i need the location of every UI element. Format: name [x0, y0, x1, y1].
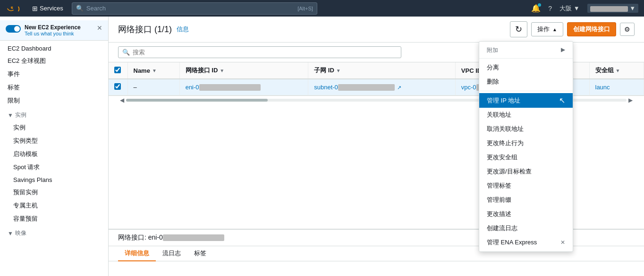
sidebar-item-instances[interactable]: 实例	[0, 121, 108, 134]
dropdown-item-change-description[interactable]: 更改描述	[479, 207, 573, 221]
dropdown-section-label: 附加 ▶	[479, 43, 573, 56]
item-label: 更改安全组	[487, 153, 517, 162]
bottom-panel-title: 网络接口: eni-0	[118, 233, 224, 241]
dropdown-item-disassociate-address[interactable]: 取消关联地址	[479, 122, 573, 136]
search-icon: 🔍	[76, 5, 84, 12]
top-navigation: ⊞ Services 🔍 [Alt+S] 🔔 ? 大阪 ▼ ▼	[0, 0, 644, 17]
account-menu[interactable]: ▼	[587, 4, 639, 13]
subnet-id-column-header[interactable]: 子网 ID ▼	[308, 62, 456, 79]
new-experience-toggle[interactable]	[6, 25, 21, 33]
sidebar-item-dedicated[interactable]: 专属主机	[0, 199, 108, 212]
global-search-input[interactable]	[86, 5, 295, 12]
table-search-input[interactable]	[133, 49, 397, 56]
scroll-left-button[interactable]: ◀	[118, 97, 126, 104]
sidebar-item-label: 限制	[8, 96, 20, 105]
dropdown-item-delete[interactable]: 删除	[479, 75, 573, 89]
grid-icon: ⊞	[32, 5, 38, 12]
sidebar-section-images[interactable]: ▼ 映像	[0, 225, 108, 239]
settings-button[interactable]: ⚙	[620, 23, 635, 36]
sidebar-item-limits[interactable]: 限制	[0, 94, 108, 107]
tab-details[interactable]: 详细信息	[118, 246, 156, 261]
table-search-wrap[interactable]: 🔍	[118, 46, 401, 58]
row-checkbox[interactable]	[114, 83, 121, 90]
banner-subtitle[interactable]: Tell us what you think	[25, 31, 81, 36]
dropdown-item-manage-ip[interactable]: 管理 IP 地址 ↖	[479, 93, 573, 108]
dropdown-item-change-termination[interactable]: 更改终止行为	[479, 136, 573, 150]
item-label: 更改描述	[487, 210, 511, 218]
scroll-thumb	[126, 99, 268, 102]
cursor-icon: ↖	[559, 96, 565, 105]
sidebar-item-events[interactable]: 事件	[0, 68, 108, 81]
security-group-column-header[interactable]: 安全组 ▼	[589, 62, 644, 79]
item-label: 删除	[487, 78, 499, 86]
notification-icon[interactable]: 🔔	[531, 4, 541, 13]
item-label: 管理 IP 地址	[487, 96, 520, 105]
services-button[interactable]: ⊞ Services	[29, 3, 66, 14]
dropdown-item-manage-prefix[interactable]: 管理前缀	[479, 193, 573, 207]
refresh-button[interactable]: ↻	[510, 21, 527, 37]
sidebar-item-global-view[interactable]: EC2 全球视图	[0, 54, 108, 68]
tab-flow-logs[interactable]: 流日志	[156, 246, 187, 261]
sidebar-item-label: Savings Plans	[13, 176, 52, 183]
sidebar-item-label: 预留实例	[13, 188, 38, 197]
security-group-link[interactable]: launc	[595, 84, 610, 91]
scroll-right-button[interactable]: ▶	[627, 97, 635, 104]
sidebar-item-tags[interactable]: 标签	[0, 81, 108, 94]
search-hint: [Alt+S]	[297, 6, 313, 11]
network-id-link[interactable]: eni-0	[186, 84, 261, 91]
sidebar-item-instance-types[interactable]: 实例类型	[0, 134, 108, 147]
sidebar-item-capacity[interactable]: 容量预留	[0, 212, 108, 225]
submenu-arrow-icon: ▶	[561, 46, 565, 53]
sidebar-item-label: 容量预留	[13, 215, 38, 223]
sidebar-item-label: 事件	[8, 70, 20, 78]
dropdown-item-manage-ena[interactable]: 管理 ENA Express ✕	[479, 235, 573, 250]
dropdown-item-create-flow-log[interactable]: 创建流日志	[479, 221, 573, 235]
section-label-text: 附加	[487, 47, 498, 53]
sidebar-item-ec2-dashboard[interactable]: EC2 Dashboard	[0, 43, 108, 54]
item-label: 管理 ENA Express	[487, 238, 537, 247]
dropdown-item-change-security-group[interactable]: 更改安全组	[479, 150, 573, 164]
aws-logo[interactable]	[6, 3, 24, 14]
actions-button[interactable]: 操作 ▲	[531, 22, 563, 36]
account-chevron-icon: ▼	[629, 5, 636, 12]
column-label: 安全组	[595, 66, 614, 75]
sidebar-item-savings-plans[interactable]: Savings Plans	[0, 174, 108, 186]
sidebar-item-spot[interactable]: Spot 请求	[0, 161, 108, 174]
external-link-icon[interactable]: ↗	[397, 85, 401, 90]
close-icon[interactable]: ✕	[97, 24, 102, 32]
help-icon[interactable]: ?	[548, 5, 552, 12]
sidebar-item-reserved[interactable]: 预留实例	[0, 186, 108, 199]
sidebar-item-label: EC2 全球视图	[8, 57, 46, 65]
dropdown-item-change-source-dest[interactable]: 更改源/目标检查	[479, 164, 573, 179]
close-icon[interactable]: ✕	[560, 239, 565, 246]
header-actions: ↻ 操作 ▲ 创建网络接口 ⚙	[510, 21, 635, 37]
column-label: 子网 ID	[314, 66, 334, 75]
network-id-cell: eni-0	[179, 79, 308, 95]
name-cell: –	[127, 79, 179, 95]
tab-tags[interactable]: 标签	[187, 246, 213, 261]
sort-icon: ▼	[336, 68, 341, 73]
select-all-checkbox[interactable]	[114, 67, 121, 73]
dropdown-item-manage-tags[interactable]: 管理标签	[479, 179, 573, 193]
select-all-column	[109, 62, 127, 79]
region-selector[interactable]: 大阪 ▼	[559, 4, 580, 13]
sidebar-item-label: 实例	[13, 123, 25, 132]
dropdown-item-associate-address[interactable]: 关联地址	[479, 108, 573, 122]
global-search-bar[interactable]: 🔍 [Alt+S]	[72, 2, 317, 15]
subnet-id-cell: subnet-0 ↗	[308, 79, 456, 95]
sidebar-item-label: 标签	[8, 83, 20, 92]
dropdown-item-detach[interactable]: 分离	[479, 60, 573, 75]
section-label: 映像	[15, 229, 26, 237]
chevron-right-icon: ▼	[8, 230, 13, 237]
subnet-id-link[interactable]: subnet-0	[314, 84, 396, 91]
sidebar-section-instances[interactable]: ▼ 实例	[0, 107, 108, 121]
dropdown-divider	[479, 91, 573, 91]
network-id-column-header[interactable]: 网络接口 ID ▼	[179, 62, 308, 79]
sidebar-item-launch-templates[interactable]: 启动模板	[0, 147, 108, 161]
item-label: 更改源/目标检查	[487, 167, 532, 176]
name-value: –	[134, 84, 137, 91]
actions-dropdown-menu: 附加 ▶ 分离 删除 管理 IP 地址 ↖ 关联地址 取消关联地址 更改终止	[479, 41, 573, 252]
name-column-header[interactable]: Name ▼	[127, 62, 179, 79]
create-interface-button[interactable]: 创建网络接口	[567, 22, 616, 36]
info-link[interactable]: 信息	[177, 25, 189, 34]
